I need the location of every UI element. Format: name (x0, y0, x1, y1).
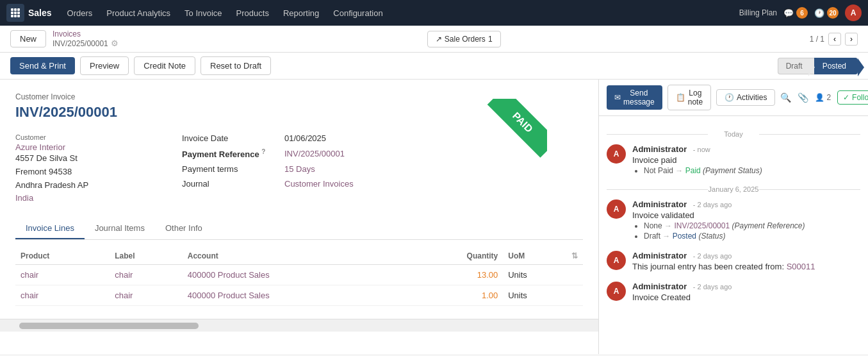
invoice-date-value[interactable]: 01/06/2025 (284, 133, 326, 143)
nav-reporting[interactable]: Reporting (277, 6, 325, 21)
toolbar-right: 1 / 1 ‹ › (810, 33, 858, 46)
settings-gear-icon[interactable]: ⚙ (111, 38, 119, 48)
nav-menu: Orders Product Analytics To Invoice Prod… (61, 6, 389, 21)
breadcrumb-sub: INV/2025/00001 ⚙ (53, 38, 119, 48)
log-note-button[interactable]: 📋 Log note (667, 85, 711, 110)
preview-button[interactable]: Preview (80, 56, 129, 75)
send-message-button[interactable]: ✉ Send message (607, 85, 662, 110)
customer-name[interactable]: Azure Interior (15, 142, 156, 152)
payment-ref-tooltip: ? (261, 148, 265, 155)
nav-right: Billing Plan 💬 6 🕐 20 A (739, 4, 862, 21)
tab-other-info[interactable]: Other Info (155, 218, 213, 239)
journal-ref-link[interactable]: S00011 (787, 262, 815, 271)
sale-orders-button[interactable]: ↗ Sale Orders 1 (427, 31, 501, 47)
app-logo[interactable] (6, 4, 24, 22)
search-icon[interactable]: 🔍 (780, 92, 791, 103)
nav-to-invoice[interactable]: To Invoice (178, 6, 229, 21)
pager-next-button[interactable]: › (845, 33, 858, 46)
billing-plan-label[interactable]: Billing Plan (739, 8, 777, 17)
activity-title: Invoice paid (632, 155, 860, 165)
activity-header-line: Administrator - 2 days ago (632, 251, 860, 260)
reset-to-draft-button[interactable]: Reset to Draft (201, 56, 271, 75)
clock-icon-group[interactable]: 🕐 20 (814, 7, 839, 19)
action-row: Send & Print Preview Credit Note Reset t… (0, 53, 868, 80)
credit-note-button[interactable]: Credit Note (134, 56, 195, 75)
status-breadcrumb: Draft Posted (778, 58, 858, 74)
breadcrumb: Invoices INV/2025/00001 ⚙ (53, 30, 119, 48)
label-cell[interactable]: chair (110, 285, 183, 306)
invoice-date-label: Invoice Date (182, 133, 284, 143)
activity-item: A Administrator - 2 days ago Invoice Cre… (607, 282, 860, 302)
col-uom: UoM ⇅ (503, 248, 583, 265)
tab-invoice-lines[interactable]: Invoice Lines (15, 218, 85, 239)
nav-orders[interactable]: Orders (61, 6, 99, 21)
attachment-icon[interactable]: 📎 (798, 92, 808, 103)
activity-icons: 🔍 📎 👤 2 ✓ Following (780, 90, 868, 105)
nav-product-analytics[interactable]: Product Analytics (100, 6, 177, 21)
messages-icon-group[interactable]: 💬 6 (783, 7, 808, 19)
journal-label: Journal (182, 179, 284, 189)
activity-item: A Administrator - 2 days ago Invoice val… (607, 199, 860, 241)
nav-configuration[interactable]: Configuration (327, 6, 389, 21)
send-print-button[interactable]: Send & Print (10, 57, 75, 74)
svg-rect-8 (17, 15, 20, 17)
tab-journal-items[interactable]: Journal Items (85, 218, 155, 239)
customer-country[interactable]: India (15, 192, 156, 205)
pager-prev-button[interactable]: ‹ (828, 33, 841, 46)
sort-icon[interactable]: ⇅ (571, 251, 578, 260)
account-cell[interactable]: 400000 Product Sales (183, 285, 404, 306)
uom-cell: Units (503, 285, 583, 306)
followers-count[interactable]: 👤 2 (815, 93, 831, 102)
activity-item: A Administrator - now Invoice paid Not P… (607, 144, 860, 175)
app-name[interactable]: Sales (28, 8, 52, 18)
label-cell[interactable]: chair (110, 265, 183, 285)
clock-icon: 🕐 (814, 8, 824, 18)
status-posted[interactable]: Posted (814, 58, 858, 74)
check-icon: ✓ (843, 93, 849, 102)
account-cell[interactable]: 400000 Product Sales (183, 265, 404, 285)
sale-orders-count: 1 (488, 35, 493, 44)
new-button[interactable]: New (10, 30, 46, 47)
activity-body: Administrator - now Invoice paid Not Pai… (632, 144, 860, 175)
product-cell[interactable]: chair (15, 265, 110, 285)
customer-address: 4557 De Silva St Fremont 94538 Andhra Pr… (15, 152, 156, 205)
activity-time: - 2 days ago (693, 201, 732, 208)
svg-rect-2 (17, 8, 20, 11)
scroll-area[interactable] (0, 319, 598, 332)
payment-terms-row: Payment terms 15 Days (182, 164, 583, 174)
nav-products[interactable]: Products (230, 6, 275, 21)
activity-panel: ✉ Send message 📋 Log note 🕐 Activities 🔍… (599, 80, 868, 354)
envelope-icon: ✉ (614, 93, 621, 102)
clock-count-badge: 20 (827, 7, 839, 19)
breadcrumb-invoice-number: INV/2025/00001 (53, 39, 108, 48)
quantity-cell: 1.00 (404, 285, 503, 306)
breadcrumb-invoices-link[interactable]: Invoices (53, 30, 81, 38)
today-divider: Today (607, 130, 860, 138)
activity-item: A Administrator - 2 days ago This journa… (607, 251, 860, 271)
nav-left: Sales Orders Product Analytics To Invoic… (6, 4, 389, 22)
product-cell[interactable]: chair (15, 285, 110, 306)
uom-cell: Units (503, 265, 583, 285)
payment-terms-value[interactable]: 15 Days (284, 164, 315, 174)
user-avatar[interactable]: A (845, 4, 862, 21)
activity-author: Administrator (632, 282, 687, 291)
following-button[interactable]: ✓ Following (837, 90, 868, 105)
scroll-thumb (19, 323, 199, 329)
clock-small-icon: 🕐 (725, 93, 734, 102)
activity-header-line: Administrator - 2 days ago (632, 282, 860, 291)
activity-author: Administrator (632, 199, 687, 209)
external-link-icon: ↗ (436, 35, 442, 44)
activities-button[interactable]: 🕐 Activities (716, 89, 775, 106)
avatar: A (607, 199, 626, 219)
jan-divider: January 6, 2025 (607, 185, 860, 193)
journal-value[interactable]: Customer Invoices (284, 179, 354, 189)
invoice-table: Product Label Account Quantity UoM ⇅ cha (15, 248, 583, 306)
payment-terms-label: Payment terms (182, 164, 284, 174)
col-product: Product (15, 248, 110, 265)
payment-ref-value[interactable]: INV/2025/00001 (284, 149, 345, 158)
svg-rect-0 (11, 8, 13, 11)
table-row: chair chair 400000 Product Sales 13.00 U… (15, 265, 583, 285)
col-account: Account (183, 248, 404, 265)
pager: 1 / 1 ‹ › (810, 33, 858, 46)
customer-label: Customer (15, 133, 156, 141)
